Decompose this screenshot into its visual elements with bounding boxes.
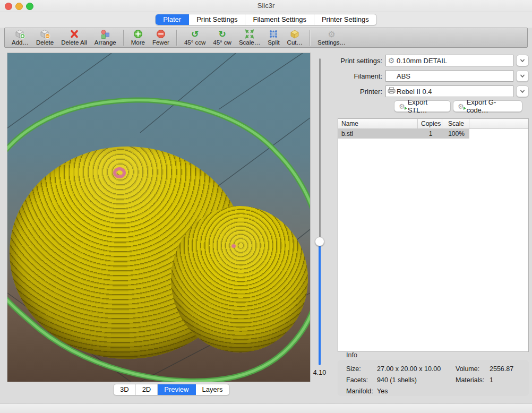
toolbar-button-fewer[interactable]: Fewer xyxy=(149,28,173,46)
view-tab-3d[interactable]: 3D xyxy=(114,384,136,395)
rotate-cw-icon: ↻ xyxy=(218,29,226,39)
volume-value: 2556.87 xyxy=(490,365,529,373)
volume-label: Volume: xyxy=(456,365,490,373)
facets-value: 940 (1 shells) xyxy=(377,376,456,384)
split-icon xyxy=(268,29,279,39)
plater-3d-viewport[interactable] xyxy=(7,53,310,382)
chevron-down-icon xyxy=(519,57,526,64)
toolbar-button-label: Delete xyxy=(36,39,54,46)
toolbar-button-arrange[interactable]: Arrange xyxy=(91,28,120,46)
gear-icon: ⚙ xyxy=(328,29,335,39)
filament-row: Filament: ABS xyxy=(336,70,530,82)
printer-label: Printer: xyxy=(336,88,382,96)
filament-value: ABS xyxy=(397,72,410,80)
export-gear-icon: ⚙ xyxy=(399,103,405,110)
printer-row: Printer: Rebel II 0.4 xyxy=(336,85,530,97)
toolbar-button-more[interactable]: More xyxy=(127,28,149,46)
column-header-name[interactable]: Name xyxy=(338,119,418,128)
toolbar-button-label: 45° ccw xyxy=(184,39,205,46)
rotate-ccw-icon: ↺ xyxy=(191,29,199,39)
view-tab-preview[interactable]: Preview xyxy=(158,384,195,395)
toolbar-button-split[interactable]: Split xyxy=(264,28,283,46)
toolbar-button-label: Arrange xyxy=(95,39,116,46)
print-settings-row: Print settings: ⚙ 0.10mm DETAIL xyxy=(336,55,530,66)
toolbar-button-label: Settings… xyxy=(318,39,346,46)
toolbar-separator xyxy=(310,30,311,46)
filament-field[interactable]: ABS xyxy=(385,70,513,82)
red-x-icon xyxy=(69,29,80,39)
print-settings-value: 0.10mm DETAIL xyxy=(397,57,447,65)
materials-label: Materials: xyxy=(456,376,490,384)
toolbar-button-settings[interactable]: ⚙Settings… xyxy=(314,28,349,46)
export-stl-button[interactable]: ⚙ Export STL… xyxy=(394,100,451,112)
facets-label: Facets: xyxy=(346,376,377,384)
print-settings-dropdown-button[interactable] xyxy=(516,55,529,66)
filament-label: Filament: xyxy=(336,72,382,80)
column-header-scale[interactable]: Scale xyxy=(442,119,469,128)
window-title: Slic3r xyxy=(0,2,532,10)
manifold-value: Yes xyxy=(377,388,456,395)
export-gear-icon: ⚙ xyxy=(458,103,464,110)
view-tab-layers[interactable]: Layers xyxy=(196,384,229,395)
layer-slider-value: 4.10 xyxy=(311,369,329,376)
toolbar-button-scale[interactable]: Scale… xyxy=(235,28,264,46)
printer-icon xyxy=(386,87,397,96)
title-bar: Slic3r xyxy=(0,0,532,12)
plus-circle-icon xyxy=(133,29,143,39)
layer-slider-track-lower[interactable] xyxy=(319,242,321,365)
export-row: ⚙ Export STL… ⚙ Export G-code… xyxy=(336,100,530,112)
settings-panel: Print settings: ⚙ 0.10mm DETAIL Filament… xyxy=(336,53,530,398)
cell-copies: 1 xyxy=(418,129,442,139)
filament-dropdown-button[interactable] xyxy=(516,70,529,82)
cell-scale: 100% xyxy=(442,129,469,139)
box-minus-icon xyxy=(39,29,51,39)
tab-printer-settings[interactable]: Printer Settings xyxy=(314,14,376,25)
export-gcode-button[interactable]: ⚙ Export G-code… xyxy=(453,100,522,112)
view-tab-2d[interactable]: 2D xyxy=(136,384,158,395)
toolbar-button-label: Delete All xyxy=(61,39,87,46)
chevron-down-icon xyxy=(519,88,526,95)
scale-arrows-icon xyxy=(244,29,255,39)
materials-value: 1 xyxy=(490,376,529,384)
main-tabs: PlaterPrint SettingsFilament SettingsPri… xyxy=(155,14,377,25)
toolbar: Add…DeleteDelete AllArrangeMoreFewer↺45°… xyxy=(4,28,528,48)
layer-slider-track-upper[interactable] xyxy=(319,58,321,242)
manifold-label: Manifold: xyxy=(346,388,377,395)
toolbar-button-label: Scale… xyxy=(239,39,260,46)
toolbar-button-label: More xyxy=(131,39,145,46)
toolbar-button-45-ccw[interactable]: ↺45° ccw xyxy=(181,28,209,46)
minus-circle-icon xyxy=(156,29,166,39)
main-tab-row: PlaterPrint SettingsFilament SettingsPri… xyxy=(0,12,532,28)
tab-plater[interactable]: Plater xyxy=(156,14,189,25)
toolbar-button-delete-all[interactable]: Delete All xyxy=(57,28,91,46)
export-stl-label: Export STL… xyxy=(408,98,446,114)
export-gcode-label: Export G-code… xyxy=(467,98,518,114)
printer-field[interactable]: Rebel II 0.4 xyxy=(385,85,513,97)
size-label: Size: xyxy=(346,365,377,373)
view-tabs: 3D2DPreviewLayers xyxy=(113,384,230,395)
toolbar-button-label: Cut… xyxy=(287,39,303,46)
cell-name: b.stl xyxy=(338,129,418,139)
gear-icon: ⚙ xyxy=(386,57,397,64)
layer-slider-thumb[interactable] xyxy=(315,237,324,246)
toolbar-button-delete[interactable]: Delete xyxy=(32,28,57,46)
column-header-copies[interactable]: Copies xyxy=(418,119,442,128)
toolbar-button-cut[interactable]: Cut… xyxy=(284,28,306,46)
objects-table[interactable]: NameCopiesScaleb.stl1100% xyxy=(338,118,529,352)
printer-value: Rebel II 0.4 xyxy=(397,88,432,96)
slic3r-window: Slic3r PlaterPrint SettingsFilament Sett… xyxy=(0,0,532,413)
printer-dropdown-button[interactable] xyxy=(516,85,529,97)
size-value: 27.00 x 20.00 x 10.00 xyxy=(377,365,456,373)
table-row[interactable]: b.stl1100% xyxy=(338,129,528,139)
toolbar-button-label: Add… xyxy=(12,39,29,46)
info-title: Info xyxy=(346,351,357,359)
toolbar-button-add[interactable]: Add… xyxy=(8,28,32,46)
toolbar-button-45-cw[interactable]: ↻45° cw xyxy=(209,28,235,46)
tab-filament-settings[interactable]: Filament Settings xyxy=(245,14,314,25)
print-settings-field[interactable]: ⚙ 0.10mm DETAIL xyxy=(385,55,513,66)
tab-print-settings[interactable]: Print Settings xyxy=(189,14,245,25)
info-box: Size: 27.00 x 20.00 x 10.00 Volume: 2556… xyxy=(338,360,529,396)
print-settings-label: Print settings: xyxy=(336,57,382,65)
model-small-dome[interactable] xyxy=(171,206,308,352)
chevron-down-icon xyxy=(519,72,526,80)
